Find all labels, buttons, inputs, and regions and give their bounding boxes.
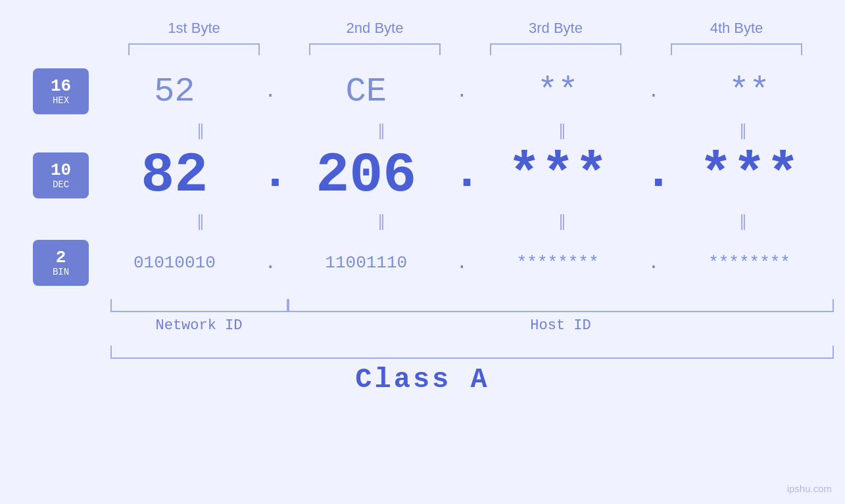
watermark: ipshu.com [787,483,832,494]
host-id-bracket [288,299,834,312]
eq-3: ‖ [496,121,628,139]
bracket-1 [128,43,260,55]
dec-val-3: *** [492,144,623,208]
hex-badge-number: 16 [51,77,71,96]
hex-sep-1: . [260,81,280,102]
dec-badge: 10 DEC [33,152,89,198]
hex-sep-2: . [452,81,471,102]
bin-val-4: ******** [684,253,815,273]
byte-header-1: 1st Byte [122,20,266,37]
byte-header-4: 4th Byte [664,20,809,37]
top-brackets [104,43,827,55]
hex-values: 52 . CE . ** . ** [99,72,845,111]
eq2-1: ‖ [135,212,266,230]
byte-header-3: 3rd Byte [483,20,628,37]
equals-row-2: ‖ ‖ ‖ ‖ [110,212,834,230]
dec-sep-3: . [644,145,664,208]
bin-sep-3: . [644,253,664,273]
class-label: Class A [355,364,489,396]
network-id-label: Network ID [110,317,288,334]
eq2-3: ‖ [496,212,628,230]
equals-row-1: ‖ ‖ ‖ ‖ [110,121,834,139]
dec-badge-label: DEC [53,179,69,190]
eq-4: ‖ [677,121,809,139]
dec-row: 10 DEC 82 . 206 . *** . *** [0,139,845,212]
bin-values: 01010010 . 11001110 . ******** . *******… [99,253,845,273]
bin-badge-number: 2 [56,248,66,267]
byte-headers-row: 1st Byte 2nd Byte 3rd Byte 4th Byte [104,20,827,37]
hex-val-4: ** [684,72,815,111]
bin-val-3: ******** [492,253,623,273]
bin-badge-label: BIN [53,267,69,277]
hex-val-3: ** [492,72,623,111]
hex-row: 16 HEX 52 . CE . ** . ** [0,62,845,121]
bracket-3 [490,43,621,55]
bin-sep-2: . [452,253,471,273]
network-id-bracket [110,299,288,312]
hex-badge-label: HEX [53,95,69,106]
bin-row: 2 BIN 01010010 . 11001110 . ******** . *… [0,230,845,296]
bin-badge: 2 BIN [33,240,89,286]
main-container: 1st Byte 2nd Byte 3rd Byte 4th Byte 16 H… [0,0,845,504]
dec-sep-2: . [452,145,471,208]
bracket-2 [309,43,441,55]
bracket-4 [671,43,802,55]
dec-val-1: 82 [109,144,240,208]
host-id-label: Host ID [288,317,834,334]
dec-val-4: *** [684,144,815,208]
hex-sep-3: . [644,81,664,102]
bottom-brackets [110,299,834,312]
eq-2: ‖ [316,121,447,139]
eq2-4: ‖ [677,212,809,230]
dec-values: 82 . 206 . *** . *** [99,144,845,208]
id-labels: Network ID Host ID [110,317,834,334]
bin-val-1: 01010010 [109,253,240,273]
eq-1: ‖ [135,121,266,139]
hex-badge: 16 HEX [33,68,89,114]
hex-val-1: 52 [109,72,240,111]
dec-badge-number: 10 [51,161,71,180]
bin-val-2: 11001110 [301,253,432,273]
bin-sep-1: . [260,253,280,273]
byte-header-2: 2nd Byte [302,20,447,37]
class-bracket [110,346,834,359]
eq2-2: ‖ [316,212,447,230]
dec-val-2: 206 [301,144,432,208]
hex-val-2: CE [301,72,432,111]
dec-sep-1: . [260,145,280,208]
